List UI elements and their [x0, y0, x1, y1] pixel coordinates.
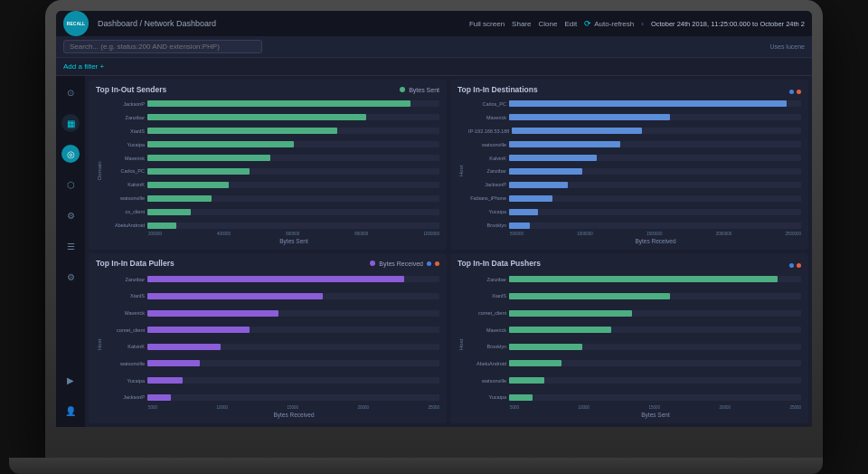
bar-row: IP-192.168.53.188 [468, 125, 801, 137]
chart-title-destinations: Top In-In Destinations [458, 85, 538, 94]
bar-fill [509, 344, 582, 350]
bar-label: JacksonP [107, 394, 145, 400]
bar-container [147, 114, 439, 120]
bar-label: Yucaipa [468, 394, 506, 400]
bar-container [147, 293, 439, 299]
bar-container [509, 310, 801, 317]
bar-label: Maverick [107, 156, 145, 161]
bars-senders: JacksonPZanzibarXianlSYucaipaMaverickCar… [107, 98, 439, 232]
bar-fill [147, 327, 250, 333]
chart-title-pullers: Top In-In Data Pullers [96, 259, 175, 268]
bar-row: Maverick [107, 305, 439, 321]
sidebar-icon-config[interactable]: ⚙ [61, 268, 80, 286]
autorefresh-toggle[interactable]: ⟳ Auto-refresh [584, 19, 634, 28]
x-ticks-destinations: 5000001000000150000020000002500000 [510, 232, 801, 236]
bar-container [147, 276, 439, 282]
bar-label: Zanzibar [107, 277, 145, 282]
chart-legend-pullers: Bytes Received [370, 261, 439, 267]
fullscreen-button[interactable]: Full screen [469, 20, 505, 28]
bar-fill [509, 141, 620, 147]
bar-fill [509, 223, 530, 229]
chevron-left-icon[interactable]: ‹ [641, 20, 644, 28]
top-bar: RECALL Dashboard / Network Dashboard Ful… [56, 11, 812, 36]
bar-row: Carlos_PC [468, 98, 801, 110]
sidebar-icon-play[interactable]: ▶ [61, 371, 80, 389]
chart-top-in-out-senders: Top In-Out Senders Bytes Sent Domain Jac… [89, 80, 447, 250]
bar-container [147, 155, 439, 161]
bar-fill [512, 128, 642, 134]
bar-container [509, 182, 801, 188]
bars-destinations: Carlos_PCMaverickIP-192.168.53.188watson… [468, 98, 801, 232]
bar-row: Zanzibar [107, 271, 439, 288]
bar-fill [509, 209, 538, 215]
bar-fill [147, 114, 366, 120]
bar-row: Zanzibar [468, 166, 801, 178]
sidebar-icon-settings[interactable]: ☰ [61, 237, 80, 255]
bar-row: XianlS [107, 289, 439, 305]
edit-button[interactable]: Edit [564, 20, 577, 28]
bar-label: XianlS [107, 128, 145, 134]
bar-container [509, 293, 801, 299]
bar-label: Yucaipa [107, 142, 145, 147]
toolbar-actions: Full screen Share Clone Edit ⟳ Auto-refr… [469, 19, 805, 28]
bar-container [147, 100, 439, 107]
bar-label: comet_client [468, 310, 506, 316]
bar-row: watsonville [468, 138, 801, 151]
bar-row: Fabians_iPhone [468, 192, 801, 204]
bar-row: comet_client [107, 322, 439, 338]
bar-row: JacksonP [107, 389, 439, 405]
bar-label: watsonville [107, 361, 145, 366]
chart-legend-senders: Bytes Sent [400, 87, 439, 93]
bar-row: Brooklyn [468, 219, 801, 232]
bar-row: JacksonP [107, 98, 439, 110]
bar-label: XianlS [468, 293, 506, 299]
bar-container [509, 114, 801, 120]
chart-top-data-pullers: Top In-In Data Pullers Bytes Received Ho… [89, 253, 447, 423]
bar-container [509, 209, 801, 215]
bar-fill [509, 360, 561, 366]
bar-container [512, 128, 801, 134]
bar-fill [147, 209, 191, 215]
bar-fill [147, 168, 250, 175]
sidebar: ⊙ ▦ ◎ ⬡ ⚙ ☰ ⚙ ▶ 👤 [56, 76, 85, 427]
bar-fill [147, 293, 323, 299]
bar-row: KalvinK [107, 178, 439, 191]
legend-dot-orange-dest [797, 90, 801, 94]
sidebar-icon-network[interactable]: ◎ [61, 145, 80, 163]
y-axis-destinations: Host [458, 98, 465, 244]
bar-fill [147, 141, 294, 147]
bars-pullers: ZanzibarXianlSMaverickcomet_clientKalvin… [107, 271, 439, 405]
y-axis-pullers: Host [96, 271, 103, 418]
sidebar-icon-chart[interactable]: ▦ [61, 114, 80, 132]
bar-container [147, 182, 439, 188]
sidebar-icon-globe[interactable]: ⊙ [61, 83, 80, 101]
share-button[interactable]: Share [512, 20, 531, 28]
bar-label: Maverick [468, 327, 506, 333]
bar-row: Zanzibar [107, 111, 439, 124]
bar-label: Yucaipa [468, 209, 506, 214]
main-layout: ⊙ ▦ ◎ ⬡ ⚙ ☰ ⚙ ▶ 👤 Top In-Out Senders [56, 76, 812, 427]
date-range: October 24th 2018, 11:25:00.000 to Octob… [651, 20, 805, 28]
bar-label: Zanzibar [468, 168, 506, 174]
legend-dot-blue-dest [789, 90, 794, 94]
legend-dot-blue-pull [427, 261, 431, 266]
x-ticks-senders: 2000004000006000008000001000000 [148, 232, 439, 236]
sidebar-icon-tools[interactable]: ⚙ [61, 206, 80, 224]
bar-row: Yucaipa [107, 373, 439, 389]
bar-label: watsonville [468, 142, 506, 147]
x-label-pushers: Bytes Sent [510, 412, 801, 418]
bar-container [147, 310, 439, 317]
sidebar-icon-user[interactable]: 👤 [61, 402, 80, 420]
bar-label: cs_client [107, 209, 145, 214]
chart-body-pullers: Host ZanzibarXianlSMaverickcomet_clientK… [96, 271, 439, 418]
bar-label: Carlos_PC [107, 168, 145, 174]
search-input[interactable] [63, 40, 262, 53]
add-filter-button[interactable]: Add a filter + [63, 62, 104, 71]
bar-label: Maverick [107, 310, 145, 316]
bar-label: Zanzibar [107, 115, 145, 120]
bar-label: IP-192.168.53.188 [468, 128, 509, 134]
bar-row: Carlos_PC [107, 166, 439, 178]
sidebar-icon-shield[interactable]: ⬡ [61, 175, 80, 194]
chart-body-senders: Domain JacksonPZanzibarXianlSYucaipaMave… [96, 98, 439, 244]
clone-button[interactable]: Clone [538, 20, 557, 28]
